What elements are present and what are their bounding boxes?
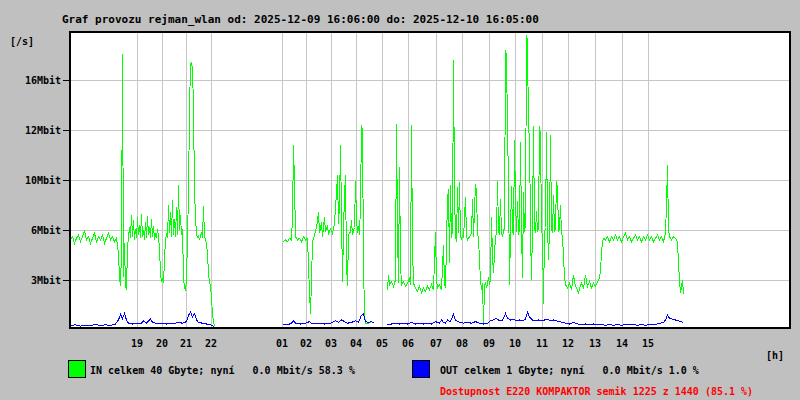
x-tick-label: 19 [131,338,143,349]
x-tick-label: 05 [376,338,388,349]
x-tick-label: 09 [483,338,495,349]
x-tick-label: 06 [402,338,414,349]
y-tick-label: 3Mbit [31,275,61,286]
x-tick-label: 21 [180,338,192,349]
x-tick-label: 15 [642,338,654,349]
x-tick-label: 04 [350,338,362,349]
x-tick-label: 08 [456,338,468,349]
x-tick-label: 22 [205,338,217,349]
traffic-chart: 16Mbit12Mbit10Mbit6Mbit3Mbit192021220102… [0,0,800,400]
x-tick-label: 14 [616,338,628,349]
x-tick-label: 11 [536,338,548,349]
x-tick-label: 12 [562,338,574,349]
legend-in-label: IN celkem 40 Gbyte; nyní 0.0 Mbit/s 58.3… [90,364,355,377]
x-tick-label: 10 [509,338,521,349]
y-tick-label: 16Mbit [25,75,61,86]
x-tick-label: 01 [276,338,288,349]
legend-in-swatch [68,360,86,378]
x-tick-label: 13 [589,338,601,349]
x-tick-label: 20 [156,338,168,349]
x-tick-label: 03 [325,338,337,349]
x-tick-label: 02 [300,338,312,349]
x-tick-label: 07 [430,338,442,349]
y-tick-label: 12Mbit [25,125,61,136]
x-axis-unit-label: [h] [766,349,784,362]
legend-out-swatch [412,360,430,378]
y-tick-label: 6Mbit [31,225,61,236]
availability-text: Dostupnost E220 KOMPAKTOR semik 1225 z 1… [440,385,753,398]
y-tick-label: 10Mbit [25,175,61,186]
legend-out-label: OUT celkem 1 Gbyte; nyní 0.0 Mbit/s 1.0 … [440,364,699,377]
mrtg-traffic-graph-window: Graf provozu rejman_wlan od: 2025-12-09 … [0,0,800,400]
